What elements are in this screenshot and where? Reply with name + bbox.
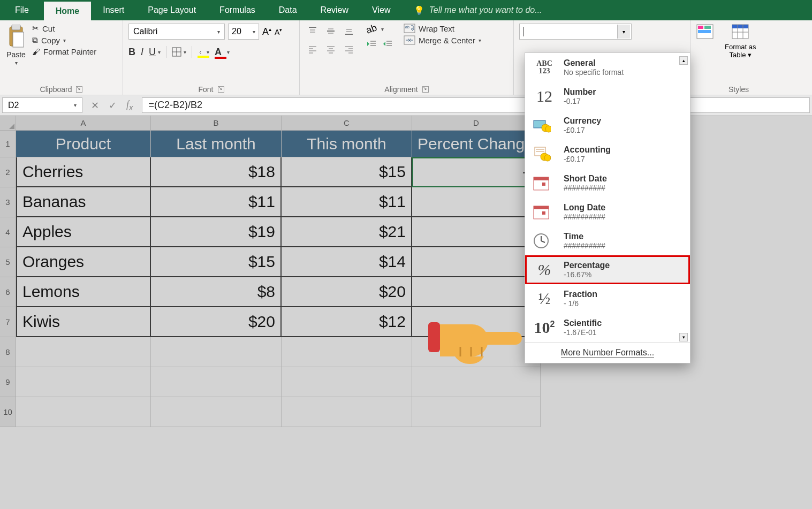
number-format-general[interactable]: ABC123 GeneralNo specific format <box>525 53 690 82</box>
tab-review[interactable]: Review <box>309 0 360 20</box>
tab-page-layout[interactable]: Page Layout <box>136 0 208 20</box>
number-format-scientific[interactable]: 102 Scientific-1.67E-01 <box>525 313 690 342</box>
tell-me-search[interactable]: 💡 Tell me what you want to do... <box>402 0 553 20</box>
cell-b4[interactable]: $19 <box>151 217 282 247</box>
font-size-combo[interactable]: 20 ▾ <box>228 24 259 40</box>
align-left-button[interactable] <box>305 42 320 57</box>
tab-formulas[interactable]: Formulas <box>208 0 267 20</box>
cell-c10[interactable] <box>282 397 412 427</box>
scroll-up-icon[interactable]: ▴ <box>679 56 688 65</box>
format-as-table-button[interactable]: Format asTable ▾ <box>725 24 756 59</box>
borders-button[interactable]: ▾ <box>172 47 186 57</box>
row-header-9[interactable]: 9 <box>0 367 16 397</box>
cell-c3[interactable]: $11 <box>282 187 412 217</box>
tab-home[interactable]: Home <box>44 0 91 20</box>
cell-d1[interactable]: Percent Change <box>412 131 541 157</box>
number-format-long-date[interactable]: Long Date########## <box>525 197 690 226</box>
cell-d4[interactable] <box>412 217 541 247</box>
cell-d6[interactable] <box>412 277 541 307</box>
cell-b1[interactable]: Last month <box>151 131 282 157</box>
tab-view[interactable]: View <box>360 0 402 20</box>
row-header-2[interactable]: 2 <box>0 157 16 187</box>
alignment-dialog-launcher[interactable] <box>422 86 429 93</box>
row-header-4[interactable]: 4 <box>0 217 16 247</box>
cell-a9[interactable] <box>16 367 151 397</box>
cell-a5[interactable]: Oranges <box>16 247 151 277</box>
decrease-indent-button[interactable] <box>366 39 377 49</box>
select-all-corner[interactable] <box>0 116 16 131</box>
name-box-chevron-icon[interactable]: ▾ <box>74 102 77 108</box>
cell-b6[interactable]: $8 <box>151 277 282 307</box>
increase-indent-button[interactable] <box>382 39 393 49</box>
fill-color-button[interactable]: ▾ <box>198 47 209 57</box>
number-format-chevron-icon[interactable]: ▾ <box>617 25 630 39</box>
align-bottom-button[interactable] <box>342 24 356 39</box>
paste-dropdown-icon[interactable]: ▾ <box>15 60 18 66</box>
number-format-accounting[interactable]: Accounting-£0.17 <box>525 140 690 169</box>
number-format-short-date[interactable]: Short Date########## <box>525 169 690 197</box>
conditional-formatting-button[interactable] <box>696 24 714 40</box>
dropdown-scrollbar[interactable]: ▴ ▾ <box>679 56 688 341</box>
align-top-button[interactable] <box>305 24 320 39</box>
formula-input[interactable]: =(C2-B2)/B2 <box>142 97 810 113</box>
cancel-formula-button[interactable]: ✕ <box>91 100 99 111</box>
number-format-currency[interactable]: Currency-£0.17 <box>525 111 690 140</box>
format-painter-button[interactable]: 🖌 Format Painter <box>32 47 96 56</box>
cell-b10[interactable] <box>151 397 282 427</box>
italic-button[interactable]: I <box>141 47 143 58</box>
scroll-down-icon[interactable]: ▾ <box>679 333 688 341</box>
cell-d9[interactable] <box>412 367 541 397</box>
align-center-button[interactable] <box>323 42 338 57</box>
paste-button[interactable]: Paste ▾ <box>5 24 27 66</box>
number-format-percentage[interactable]: % Percentage-16.67% <box>525 255 690 284</box>
col-header-c[interactable]: C <box>282 116 412 131</box>
col-header-a[interactable]: A <box>16 116 151 131</box>
increase-font-button[interactable]: A▴ <box>262 26 271 37</box>
row-header-7[interactable]: 7 <box>0 307 16 337</box>
number-format-combo[interactable]: ▾ <box>519 24 632 40</box>
font-color-button[interactable]: A▾ <box>215 47 226 58</box>
cell-c1[interactable]: This month <box>282 131 412 157</box>
font-name-chevron-icon[interactable]: ▾ <box>217 29 220 35</box>
row-header-6[interactable]: 6 <box>0 277 16 307</box>
tab-file[interactable]: File <box>0 0 44 20</box>
name-box[interactable]: D2 ▾ <box>2 97 82 113</box>
cell-d5[interactable] <box>412 247 541 277</box>
tab-insert[interactable]: Insert <box>91 0 136 20</box>
cell-c4[interactable]: $21 <box>282 217 412 247</box>
enter-formula-button[interactable]: ✓ <box>109 100 117 111</box>
cell-c2[interactable]: $15 <box>282 157 412 187</box>
col-header-d[interactable]: D <box>412 116 541 131</box>
clipboard-dialog-launcher[interactable] <box>76 86 82 93</box>
cell-b7[interactable]: $20 <box>151 307 282 337</box>
row-header-5[interactable]: 5 <box>0 247 16 277</box>
cell-d10[interactable] <box>412 397 541 427</box>
font-dialog-launcher[interactable] <box>218 86 224 93</box>
cell-a6[interactable]: Lemons <box>16 277 151 307</box>
col-header-b[interactable]: B <box>151 116 282 131</box>
number-format-fraction[interactable]: ½ Fraction- 1/6 <box>525 284 690 313</box>
cell-c6[interactable]: $20 <box>282 277 412 307</box>
copy-dropdown-icon[interactable]: ▾ <box>63 37 66 43</box>
fx-icon[interactable]: fx <box>126 99 133 112</box>
align-right-button[interactable] <box>342 42 356 57</box>
wrap-text-button[interactable]: ab Wrap Text <box>404 24 481 33</box>
cell-a2[interactable]: Cherries <box>16 157 151 187</box>
row-header-3[interactable]: 3 <box>0 187 16 217</box>
cell-a8[interactable] <box>16 337 151 367</box>
cell-c9[interactable] <box>282 367 412 397</box>
cell-a7[interactable]: Kiwis <box>16 307 151 337</box>
cell-b5[interactable]: $15 <box>151 247 282 277</box>
cell-d3[interactable] <box>412 187 541 217</box>
cell-a4[interactable]: Apples <box>16 217 151 247</box>
underline-button[interactable]: U▾ <box>149 47 161 58</box>
merge-center-button[interactable]: Merge & Center ▾ <box>404 35 481 45</box>
font-name-combo[interactable]: Calibri ▾ <box>128 24 225 40</box>
cell-b9[interactable] <box>151 367 282 397</box>
font-size-chevron-icon[interactable]: ▾ <box>253 29 255 35</box>
cut-button[interactable]: ✂ Cut <box>32 24 96 33</box>
row-header-1[interactable]: 1 <box>0 131 16 157</box>
bold-button[interactable]: B <box>128 47 135 58</box>
number-format-number[interactable]: 12 Number-0.17 <box>525 82 690 111</box>
row-header-10[interactable]: 10 <box>0 397 16 427</box>
